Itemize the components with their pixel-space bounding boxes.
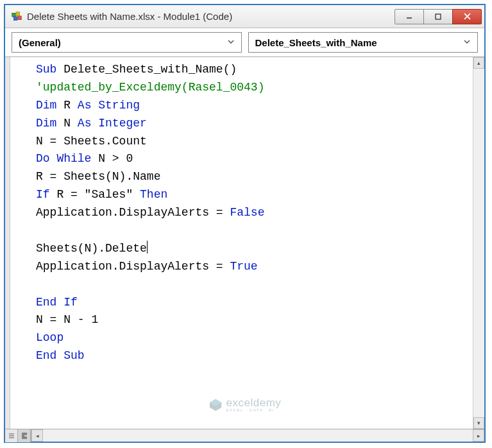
code-gutter <box>5 57 10 429</box>
dropdown-bar: (General) Delete_Sheets_with_Name <box>5 28 484 56</box>
object-dropdown[interactable]: (General) <box>12 32 242 53</box>
svg-rect-3 <box>18 16 21 19</box>
window-title: Delete Sheets with Name.xlsx - Module1 (… <box>27 11 395 22</box>
code-editor[interactable]: Sub Delete_Sheets_with_Name() 'updated_b… <box>10 57 473 429</box>
horizontal-scrollbar[interactable]: ◂ ▸ <box>31 429 484 442</box>
vertical-scrollbar[interactable]: ▴ ▾ <box>473 57 484 429</box>
scroll-track[interactable] <box>473 69 484 417</box>
scroll-right-arrow[interactable]: ▸ <box>473 429 484 442</box>
procedure-dropdown[interactable]: Delete_Sheets_with_Name <box>248 32 479 53</box>
view-buttons <box>5 429 31 442</box>
object-dropdown-value: (General) <box>19 37 227 48</box>
svg-rect-1 <box>16 12 19 15</box>
svg-rect-0 <box>12 13 15 16</box>
maximize-button[interactable] <box>423 9 453 24</box>
svg-rect-5 <box>436 14 441 19</box>
chevron-down-icon <box>463 38 471 47</box>
minimize-button[interactable] <box>394 9 424 24</box>
titlebar[interactable]: Delete Sheets with Name.xlsx - Module1 (… <box>5 5 484 28</box>
code-container: Sub Delete_Sheets_with_Name() 'updated_b… <box>5 56 484 429</box>
svg-rect-2 <box>14 17 17 20</box>
full-module-view-button[interactable] <box>18 429 31 442</box>
chevron-down-icon <box>227 38 235 47</box>
scroll-track[interactable] <box>43 429 473 442</box>
code-window: Delete Sheets with Name.xlsx - Module1 (… <box>4 4 486 443</box>
procedure-dropdown-value: Delete_Sheets_with_Name <box>255 37 464 48</box>
scroll-left-arrow[interactable]: ◂ <box>31 429 43 442</box>
scroll-up-arrow[interactable]: ▴ <box>473 57 484 69</box>
app-icon <box>10 10 23 23</box>
close-button[interactable] <box>452 9 482 24</box>
procedure-view-button[interactable] <box>5 429 18 442</box>
window-controls <box>395 9 482 24</box>
scroll-down-arrow[interactable]: ▾ <box>473 417 484 429</box>
bottom-bar: ◂ ▸ <box>5 429 484 442</box>
